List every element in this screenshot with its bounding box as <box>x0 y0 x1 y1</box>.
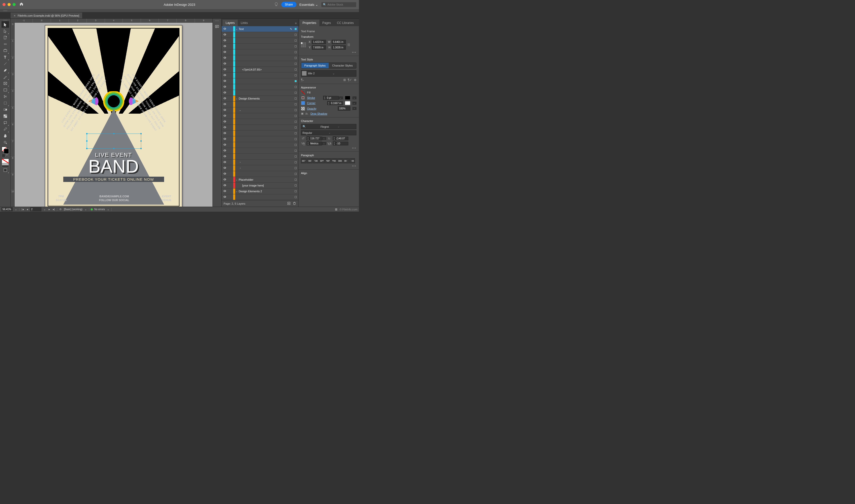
close-window-button[interactable] <box>2 3 5 6</box>
rectangle-frame-tool[interactable] <box>1 80 9 87</box>
layer-row[interactable] <box>221 32 298 38</box>
selection-indicator[interactable] <box>293 46 298 47</box>
comments-panel-icon[interactable] <box>214 24 220 30</box>
font-style-select[interactable]: Regular⌄ <box>301 130 356 135</box>
visibility-toggle[interactable] <box>221 74 228 77</box>
more-paragraph-icon[interactable]: ••• <box>301 164 356 167</box>
selection-indicator[interactable] <box>293 196 298 198</box>
layer-row[interactable] <box>221 73 298 78</box>
visibility-toggle[interactable] <box>221 190 228 193</box>
clear-overrides-icon[interactable]: ¶₊ <box>301 78 304 82</box>
y-input[interactable] <box>312 46 326 50</box>
visibility-toggle[interactable] <box>221 137 228 141</box>
layer-row[interactable] <box>221 49 298 55</box>
selection-indicator[interactable] <box>293 150 298 152</box>
gap-tool[interactable] <box>1 41 9 47</box>
selection-indicator[interactable] <box>293 57 298 59</box>
kerning-input[interactable]: ▴▾⌄ <box>306 141 326 145</box>
reference-point-grid[interactable] <box>301 42 306 47</box>
selection-indicator[interactable] <box>293 39 298 41</box>
adobe-stock-search[interactable]: 🔍 Adobe Stock <box>321 2 356 7</box>
disclosure-icon[interactable]: ⌄ <box>235 28 238 30</box>
page-input[interactable] <box>30 208 41 211</box>
close-tab-icon[interactable]: ✕ <box>14 14 16 17</box>
new-layer-icon[interactable] <box>287 202 291 205</box>
layer-row[interactable] <box>221 55 298 61</box>
layers-tab[interactable]: Layers <box>222 20 238 26</box>
font-size-input[interactable]: ▴▾⌄ <box>306 136 326 140</box>
corner-shape-button[interactable] <box>345 101 350 105</box>
next-page-button[interactable]: ▸ <box>48 208 51 211</box>
prev-page-button[interactable]: ◂ <box>26 208 29 211</box>
layer-row[interactable] <box>221 125 298 130</box>
discover-icon[interactable] <box>274 2 278 7</box>
layer-row[interactable] <box>221 61 298 67</box>
preflight-profile-label[interactable]: [Basic] (working) <box>64 208 83 211</box>
layer-row[interactable]: ⌄Text✎ <box>221 26 298 32</box>
opacity-dropdown[interactable]: › <box>352 107 356 110</box>
band-text[interactable]: BAND <box>63 158 164 175</box>
pen-tool[interactable] <box>1 67 9 74</box>
align-left-button[interactable] <box>301 158 306 163</box>
visibility-toggle[interactable] <box>221 114 228 118</box>
fx-icon[interactable]: fx. <box>305 112 308 115</box>
constrain-proportions-icon[interactable]: ⛓ <box>348 43 350 47</box>
layer-row[interactable] <box>221 102 298 107</box>
selection-indicator[interactable] <box>293 121 298 123</box>
selection-indicator[interactable] <box>293 138 298 140</box>
visibility-toggle[interactable] <box>221 103 228 106</box>
align-away-spine-button[interactable] <box>349 158 355 163</box>
selection-indicator[interactable] <box>293 109 298 111</box>
stroke-weight-input[interactable]: ▴▾⌄ <box>323 96 343 100</box>
disclosure-icon[interactable]: › <box>239 161 242 164</box>
selection-indicator[interactable] <box>293 28 298 30</box>
visibility-toggle[interactable] <box>221 149 228 152</box>
justify-center-button[interactable] <box>325 158 331 163</box>
document-tab[interactable]: ✕ FileInfo.com Example.indd @ 56% [GPU P… <box>11 13 82 18</box>
layer-row[interactable] <box>221 171 298 177</box>
container-text-toggle[interactable]: T <box>2 154 9 157</box>
selection-indicator[interactable] <box>293 103 298 105</box>
selection-indicator[interactable] <box>293 167 298 169</box>
layer-row[interactable] <box>221 148 298 154</box>
pasteboard[interactable]: LIVE EVENT AT MUSIC VENUE DOORS OPEN @7P… <box>15 23 213 206</box>
corner-size-input[interactable]: ▴▾ <box>327 101 343 105</box>
disclosure-icon[interactable]: ⌄ <box>235 178 238 181</box>
opacity-input[interactable] <box>338 106 350 111</box>
visibility-toggle[interactable] <box>221 39 228 42</box>
selection-indicator[interactable] <box>293 156 298 158</box>
visibility-toggle[interactable] <box>221 62 228 66</box>
selection-handles[interactable] <box>87 133 141 149</box>
visibility-toggle[interactable] <box>221 33 228 37</box>
disclosure-icon[interactable]: ⌄ <box>235 190 238 193</box>
layer-row[interactable] <box>221 113 298 119</box>
selection-indicator[interactable] <box>293 63 298 65</box>
visibility-toggle[interactable] <box>221 91 228 94</box>
visibility-toggle[interactable] <box>221 195 228 199</box>
selection-indicator[interactable] <box>293 80 298 82</box>
ruler-horizontal[interactable]: -10123456789 <box>15 19 213 23</box>
justify-all-button[interactable] <box>337 158 343 163</box>
selection-indicator[interactable] <box>293 86 298 88</box>
more-options-icon[interactable]: ••• <box>301 51 356 54</box>
layer-row[interactable] <box>221 90 298 96</box>
visibility-toggle[interactable] <box>221 184 228 187</box>
note-tool[interactable] <box>1 120 9 126</box>
opacity-link[interactable]: Opacity <box>307 107 316 110</box>
fill-swatch[interactable] <box>301 90 305 94</box>
preflight-errors-label[interactable]: No errors <box>94 208 105 211</box>
properties-tab[interactable]: Properties <box>300 20 319 26</box>
selection-indicator[interactable] <box>293 161 298 163</box>
eyedropper-tool[interactable] <box>1 126 9 132</box>
visibility-toggle[interactable] <box>221 79 228 83</box>
layer-row[interactable]: › <box>221 160 298 165</box>
ruler-origin[interactable] <box>11 19 15 23</box>
selection-indicator[interactable] <box>293 132 298 134</box>
visibility-toggle[interactable] <box>221 68 228 71</box>
layer-row[interactable]: ⌄Design Elements <box>221 96 298 102</box>
hand-tool[interactable] <box>1 132 9 139</box>
stroke-swatch[interactable] <box>301 96 305 100</box>
visibility-toggle[interactable] <box>221 131 228 135</box>
layer-row[interactable] <box>221 194 298 200</box>
visibility-toggle[interactable] <box>221 108 228 112</box>
